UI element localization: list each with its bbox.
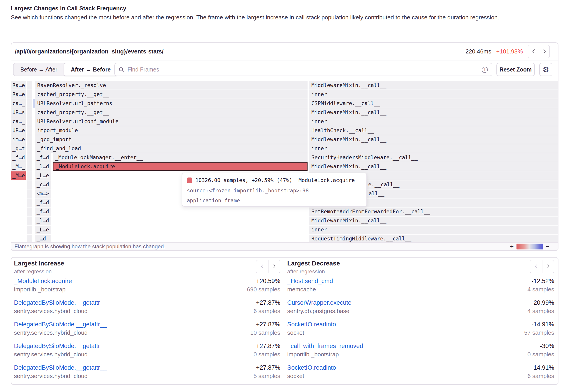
- function-link[interactable]: DelegatedBySiloMode.__getattr__: [14, 343, 107, 350]
- flamegraph-frame-mini[interactable]: [27, 99, 32, 108]
- flamegraph-frame-sub[interactable]: _f…d: [35, 153, 51, 162]
- find-frames-input[interactable]: [115, 63, 492, 76]
- prev-endpoint-button[interactable]: [528, 45, 539, 58]
- flamegraph-frame-mini[interactable]: [27, 126, 32, 135]
- flamegraph-frame-main[interactable]: _ModuleLockManager.__enter__: [53, 153, 308, 162]
- toggle-before-after[interactable]: Before → After: [14, 63, 64, 76]
- flamegraph-frame-mini[interactable]: [27, 217, 32, 225]
- endpoint-header: /api/0/organizations/{organization_slug}…: [11, 43, 558, 60]
- function-link[interactable]: _call_with_frames_removed: [287, 343, 363, 350]
- flamegraph-frame-left[interactable]: _M…e: [11, 171, 26, 180]
- sample-count: 690 samples: [247, 286, 280, 293]
- flamegraph-frame-sub[interactable]: _c…d: [35, 181, 51, 189]
- flamegraph-frame-sub[interactable]: _l…d: [35, 217, 51, 225]
- flamegraph-frame-mini[interactable]: [27, 81, 32, 90]
- flamegraph-frame-main[interactable]: import_module: [35, 126, 308, 135]
- function-link[interactable]: SocketIO.readinto: [287, 321, 336, 328]
- function-change-entry: _call_with_frames_removed-30%importlib._…: [287, 341, 554, 359]
- flamegraph-frame-mini[interactable]: [27, 135, 32, 144]
- flamegraph-frame-mini[interactable]: [27, 90, 32, 98]
- settings-button[interactable]: ⚙: [539, 63, 552, 76]
- flamegraph-frame-main[interactable]: URLResolver.urlconf_module: [35, 117, 308, 126]
- flamegraph-frame-left[interactable]: _f…d: [11, 153, 26, 162]
- flamegraph-frame-right[interactable]: inner: [309, 117, 558, 126]
- function-link[interactable]: DelegatedBySiloMode.__getattr__: [14, 321, 107, 328]
- flamegraph-frame-right[interactable]: inner: [309, 225, 558, 234]
- function-link[interactable]: SocketIO.readinto: [287, 364, 336, 371]
- flamegraph-frame-sub[interactable]: _L…e: [35, 225, 51, 234]
- change-percent: -12.52%: [531, 278, 554, 285]
- flamegraph-frame-right[interactable]: MiddlewareMixin.__call__: [309, 217, 558, 225]
- flamegraph-frame-main[interactable]: cached_property.__get__: [35, 108, 308, 117]
- flamegraph-frame-mini[interactable]: [27, 108, 32, 117]
- flamegraph-frame-right[interactable]: HealthCheck.__call__: [309, 126, 558, 135]
- flamegraph-frame-mini[interactable]: [27, 144, 32, 153]
- flamegraph-frame-left[interactable]: _M…_: [11, 162, 26, 171]
- flamegraph-frame-main[interactable]: _ModuleLock.acquire: [53, 162, 308, 171]
- flamegraph-frame-right[interactable]: MiddlewareMixin.__call__: [309, 162, 558, 171]
- flamegraph-frame-mini[interactable]: [27, 208, 32, 216]
- chevron-right-icon: [546, 264, 550, 269]
- flamegraph-frame-left[interactable]: Ra…e: [11, 90, 26, 98]
- increase-prev-button[interactable]: [256, 260, 268, 273]
- function-change-entry: DelegatedBySiloMode.__getattr__+27.87%se…: [14, 320, 280, 337]
- flamegraph-frame-right[interactable]: SecurityHeadersMiddleware.__call__: [309, 153, 558, 162]
- flamegraph-frame-main[interactable]: URLResolver.url_patterns: [35, 99, 308, 108]
- flamegraph-frame-mini[interactable]: [27, 117, 32, 126]
- flamegraph-frame-main[interactable]: cached_property.__get__: [35, 90, 308, 98]
- flamegraph-frame-mini[interactable]: [27, 189, 32, 198]
- flamegraph-frame-left[interactable]: ca…_: [11, 117, 26, 126]
- flamegraph-frame-sub[interactable]: _…d: [35, 235, 51, 243]
- flamegraph-frame-mini[interactable]: [27, 235, 32, 243]
- flamegraph-frame-right[interactable]: inner: [309, 144, 558, 153]
- flamegraph-frame-main[interactable]: _gcd_import: [35, 135, 308, 144]
- increase-next-button[interactable]: [268, 260, 280, 273]
- flamegraph-frame-right[interactable]: RequestTimingMiddleware.__call__: [309, 235, 558, 243]
- flamegraph-frame-left[interactable]: UR…e: [11, 126, 26, 135]
- flamegraph-frame-mini[interactable]: [27, 153, 32, 162]
- flamegraph-frame-sub[interactable]: _f…d: [35, 208, 51, 216]
- flamegraph-frame-sub[interactable]: _l…d: [35, 162, 51, 171]
- decrease-prev-button[interactable]: [530, 260, 542, 273]
- flamegraph-frame-right[interactable]: MiddlewareMixin.__call__: [309, 81, 558, 90]
- flamegraph-frame-right[interactable]: CSPMiddleware.__call__: [309, 99, 558, 108]
- flamegraph-frame-left[interactable]: im…e: [11, 135, 26, 144]
- info-icon[interactable]: i: [482, 67, 488, 73]
- toggle-after-before[interactable]: After → Before: [64, 63, 118, 76]
- flamegraph-frame-sub[interactable]: _L…e: [35, 171, 51, 180]
- flamegraph-frame-right[interactable]: MiddlewareMixin.__call__: [309, 135, 558, 144]
- function-link[interactable]: CursorWrapper.execute: [287, 299, 352, 306]
- change-percent: -30%: [540, 343, 554, 350]
- flamegraph-frame-right[interactable]: MiddlewareMixin.__call__: [309, 108, 558, 117]
- flamegraph-frame-main[interactable]: RavenResolver._resolve: [35, 81, 308, 90]
- function-module: sentry.services.hybrid_cloud: [14, 373, 87, 379]
- changes-card: Largest Increase after regression _Modul…: [11, 257, 558, 385]
- flamegraph-frame-sub[interactable]: _f…d: [35, 198, 51, 207]
- flamegraph-frame-mini[interactable]: [27, 181, 32, 189]
- flamegraph-frame-left[interactable]: _g…t: [11, 144, 26, 153]
- duration-change: +101.93%: [496, 48, 523, 55]
- flamegraph-frame-main[interactable]: _find_and_load: [35, 144, 308, 153]
- flamegraph-frame-mini[interactable]: [27, 162, 32, 171]
- flamegraph[interactable]: Ra…eRavenResolver._resolveMiddlewareMixi…: [11, 81, 559, 244]
- function-link[interactable]: _Host.send_cmd: [287, 278, 333, 285]
- flamegraph-frame-left[interactable]: Ra…e: [11, 81, 26, 90]
- flamegraph-frame-left[interactable]: UR…s: [11, 108, 26, 117]
- flamegraph-frame-small[interactable]: [33, 99, 35, 108]
- flamegraph-frame-mini[interactable]: [27, 171, 32, 180]
- flamegraph-legend: Flamegraph is showing how the stack popu…: [11, 242, 558, 250]
- chevron-left-icon: [534, 264, 538, 269]
- next-endpoint-button[interactable]: [539, 45, 550, 58]
- tooltip-frame-type: application frame: [187, 197, 362, 204]
- flamegraph-frame-mini[interactable]: [27, 198, 32, 207]
- flamegraph-frame-left[interactable]: ca…_: [11, 99, 26, 108]
- flamegraph-frame-mini[interactable]: [27, 225, 32, 234]
- function-link[interactable]: _ModuleLock.acquire: [14, 278, 72, 285]
- flamegraph-frame-right[interactable]: SetRemoteAddrFromForwardedFor.__call__: [309, 208, 558, 216]
- function-link[interactable]: DelegatedBySiloMode.__getattr__: [14, 364, 107, 371]
- flamegraph-frame-right[interactable]: inner: [309, 90, 558, 98]
- reset-zoom-button[interactable]: Reset Zoom: [496, 63, 535, 76]
- flamegraph-frame-sub[interactable]: <m…>: [35, 189, 51, 198]
- decrease-next-button[interactable]: [542, 260, 554, 273]
- function-link[interactable]: DelegatedBySiloMode.__getattr__: [14, 299, 107, 306]
